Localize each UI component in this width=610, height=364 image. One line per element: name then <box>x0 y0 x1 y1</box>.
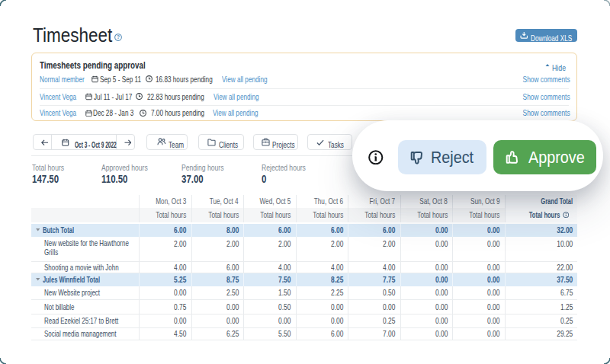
svg-text:?: ? <box>117 34 120 40</box>
